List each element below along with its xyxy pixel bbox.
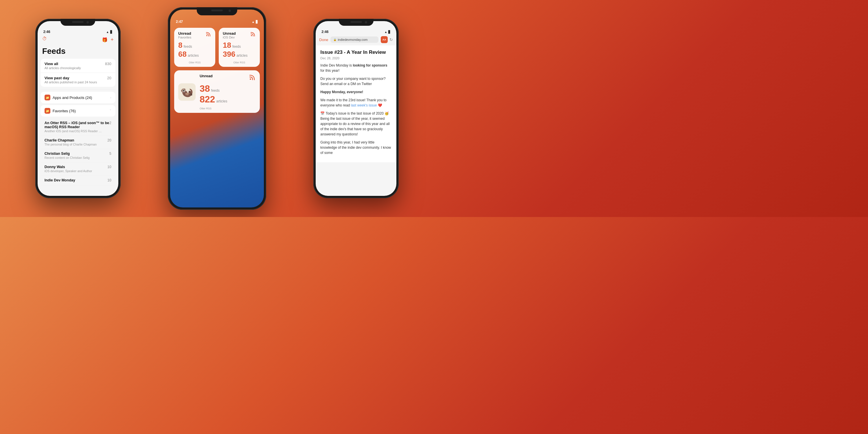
wifi-icon-center: ▲ (252, 20, 255, 24)
widgets-grid: Unread Favorites 8 feeds (170, 25, 264, 116)
feed-desc-1: The personal blog of Charlie Chapman (44, 143, 97, 146)
status-icons-center: ▲ ▊ (252, 20, 258, 24)
all-articles-count: 822 (199, 94, 215, 105)
favorites-feeds-count: 8 (178, 41, 182, 50)
feed-entry-1[interactable]: Charlie Chapman The personal blog of Cha… (40, 136, 116, 149)
widget-all-header: Unread (199, 74, 256, 82)
done-button[interactable]: Done (319, 38, 328, 42)
browser-bar: Done 🔒 indiedevmonday.com AA ↻ (316, 35, 396, 45)
folder-apps-chevron: › (110, 96, 112, 99)
left-screen: 2:46 ▲ ▊ ⏱ 🎁 + Feeds View all All articl… (38, 21, 118, 196)
folder-favorites-chevron: ˅ (110, 109, 112, 113)
lock-icon: 🔒 (333, 38, 337, 41)
view-past-day-sub: All articles published in past 24 hours (44, 81, 97, 84)
article-date: Dec 28, 2020 (320, 56, 392, 60)
feed-count-3: 10 (107, 165, 111, 169)
view-all-count: 830 (105, 62, 112, 66)
feed-entries: An Otter RSS – iOS (and soon™ to be macO… (40, 118, 116, 185)
bold-text-0: looking for sponsors (353, 63, 387, 67)
widget-unread-favorites[interactable]: Unread Favorites 8 feeds (174, 28, 215, 67)
feeds-title: Feeds (38, 45, 118, 59)
view-past-day-title: View past day (44, 76, 97, 80)
clock-icon[interactable]: ⏱ (42, 36, 49, 43)
all-feeds-count: 38 (199, 83, 210, 94)
time-center: 2:47 (176, 20, 183, 24)
folder-icon-apps: 📁 (44, 95, 50, 100)
feed-entry-0[interactable]: An Otter RSS – iOS (and soon™ to be macO… (40, 118, 116, 136)
feed-count-0: 2 (110, 121, 112, 125)
widget-all-title: Unread (199, 74, 213, 78)
article-para-4: 📅 Today's issue is the last issue of 202… (320, 111, 392, 137)
bold-heading: Happy Monday, everyone! (320, 90, 363, 94)
wifi-icon-left: ▲ (106, 30, 109, 34)
time-left: 2:46 (43, 30, 50, 34)
rss-icon-all (249, 74, 256, 82)
feed-count-2: 5 (110, 152, 112, 156)
center-screen: 2:47 ▲ ▊ Unread Favorites (170, 9, 264, 208)
status-icons-right: ▲ ▊ (384, 30, 391, 34)
view-past-day-item[interactable]: View past day All articles published in … (40, 73, 116, 87)
widget-all-footer: Otter RSS (199, 107, 256, 110)
feeds-quick-list: View all All articles chronologically 83… (40, 59, 116, 87)
notch-left (60, 19, 95, 26)
gift-icon[interactable]: 🎁 (102, 37, 107, 42)
feeds-divider (40, 89, 116, 89)
ios-dev-articles-count: 396 (223, 50, 235, 59)
feed-name-2: Christian Selig (44, 152, 90, 156)
right-phone: 2:46 ▲ ▊ Done 🔒 indiedevmonday.com AA ↻ … (313, 19, 399, 198)
widget-unread-all[interactable]: 🦦 Unread 38 (174, 70, 260, 113)
article-content: Issue #23 - A Year In Review Dec 28, 202… (316, 45, 396, 162)
aa-button[interactable]: AA (381, 36, 388, 43)
last-weeks-issue-link[interactable]: last week's issue (351, 103, 377, 107)
folder-favorites[interactable]: 📁 Favorites (76) ˅ (40, 105, 116, 117)
article-para-3: We made it to the 23rd issue! Thank you … (320, 97, 392, 108)
feed-name-4: Indie Dev Monday (44, 178, 75, 182)
feed-name-0: An Otter RSS – iOS (and soon™ to be macO… (44, 121, 110, 129)
widget-favorites-footer: Otter RSS (178, 61, 211, 64)
url-bar[interactable]: 🔒 indiedevmonday.com (331, 36, 378, 43)
feed-entry-2[interactable]: Christian Selig Recent content on Christ… (40, 149, 116, 162)
widget-unread-ios-dev[interactable]: Unread iOS Dev 18 feeds (219, 28, 260, 67)
feed-entry-4[interactable]: Indie Dev Monday 10 (40, 176, 116, 185)
feed-count-1: 20 (107, 138, 111, 142)
view-past-day-count: 20 (107, 76, 111, 80)
ios-dev-feeds-count: 18 (223, 41, 231, 50)
left-phone: 2:46 ▲ ▊ ⏱ 🎁 + Feeds View all All articl… (35, 19, 121, 198)
feed-entry-3[interactable]: Donny Wals iOS developer, Speaker and Au… (40, 162, 116, 176)
favorites-articles-label: articles (188, 54, 199, 58)
svg-point-1 (251, 35, 252, 36)
favorites-articles-count: 68 (178, 50, 187, 59)
reload-button[interactable]: ↻ (390, 37, 393, 42)
battery-icon-center: ▊ (256, 20, 258, 24)
widget-favorites-header: Unread Favorites (178, 31, 211, 39)
folder-favorites-name: Favorites (76) (53, 109, 76, 113)
battery-icon-left: ▊ (110, 30, 113, 34)
widget-ios-dev-footer: Otter RSS (223, 61, 256, 64)
rss-icon-ios-dev (251, 31, 256, 38)
folder-icon-favorites: 📁 (44, 108, 50, 114)
view-all-item[interactable]: View all All articles chronologically 83… (40, 59, 116, 73)
right-screen: 2:46 ▲ ▊ Done 🔒 indiedevmonday.com AA ↻ … (316, 21, 396, 196)
feed-desc-3: iOS developer, Speaker and Author (44, 169, 92, 173)
feeds-top-bar: ⏱ 🎁 + (38, 35, 118, 45)
status-icons-left: ▲ ▊ (106, 30, 113, 34)
favorites-feeds-label: feeds (183, 44, 192, 49)
url-text: indiedevmonday.com (338, 38, 368, 41)
feed-desc-0: Another iOS (and macOS) RSS Reader tha… (44, 129, 102, 133)
widget-ios-dev-header: Unread iOS Dev (223, 31, 256, 39)
folder-apps-name: Apps and Products (24) (53, 95, 92, 100)
widget-ios-dev-title: Unread (223, 31, 236, 36)
article-title: Issue #23 - A Year In Review (320, 50, 392, 55)
feed-desc-2: Recent content on Christian Selig (44, 156, 90, 159)
article-body: Indie Dev Monday is looking for sponsors… (320, 63, 392, 155)
battery-icon-right: ▊ (388, 30, 391, 34)
add-icon[interactable]: + (111, 37, 114, 43)
article-para-5: Going into this year, I had very little … (320, 140, 392, 155)
wifi-icon-right: ▲ (384, 30, 387, 34)
article-para-0: Indie Dev Monday is looking for sponsors… (320, 63, 392, 73)
time-right: 2:46 (321, 30, 329, 34)
folder-apps[interactable]: 📁 Apps and Products (24) › (40, 92, 116, 103)
rss-icon-favorites (206, 31, 211, 38)
widget-favorites-subtitle: Favorites (178, 36, 191, 39)
widget-ios-dev-stats: 18 feeds 396 articles (223, 41, 256, 59)
